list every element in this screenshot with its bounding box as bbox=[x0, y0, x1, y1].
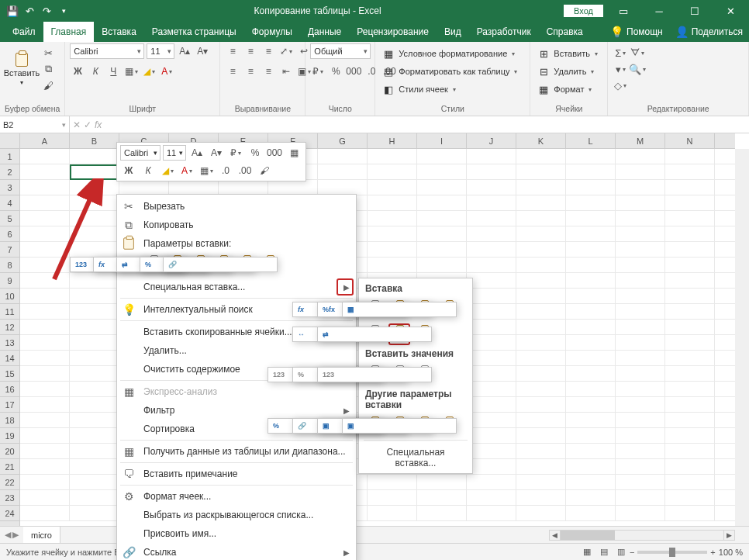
clear-icon[interactable]: ◇ bbox=[613, 78, 628, 92]
fill-color-button[interactable]: ◢ bbox=[141, 64, 157, 79]
save-icon[interactable]: 💾 bbox=[5, 3, 20, 19]
col-header-N[interactable]: N bbox=[665, 133, 715, 148]
horizontal-scrollbar[interactable]: ◀▶ bbox=[549, 530, 735, 541]
sort-filter-icon[interactable]: ᗊ bbox=[630, 46, 645, 60]
close-icon[interactable]: ✕ bbox=[715, 0, 746, 22]
fx-icon[interactable]: fx bbox=[95, 119, 102, 130]
mini-size-combo[interactable]: 11 bbox=[163, 145, 186, 161]
fx-enter-icon[interactable]: ✓ bbox=[84, 119, 91, 130]
row-header-10[interactable]: 10 bbox=[0, 289, 19, 304]
autosum-icon[interactable]: Σ bbox=[613, 46, 628, 60]
tab-formulas[interactable]: Формулы bbox=[244, 22, 300, 42]
row-header-4[interactable]: 4 bbox=[0, 195, 19, 211]
delete-cells-button[interactable]: ⊟Удалить bbox=[535, 64, 602, 79]
align-left-icon[interactable]: ≡ bbox=[225, 64, 240, 79]
fill-icon[interactable]: ▾ bbox=[613, 62, 628, 76]
align-right-icon[interactable]: ≡ bbox=[261, 64, 276, 79]
sub-other-piclink-icon[interactable]: ▣ bbox=[438, 415, 460, 437]
undo-icon[interactable]: ↶ bbox=[22, 3, 37, 19]
fx-cancel-icon[interactable]: ✕ bbox=[73, 119, 81, 130]
find-icon[interactable]: 🔍 bbox=[630, 62, 645, 76]
mini-currency-icon[interactable]: ₽ bbox=[227, 145, 244, 161]
ribbon-display-icon[interactable]: ▭ bbox=[608, 0, 639, 22]
row-header-21[interactable]: 21 bbox=[0, 459, 19, 475]
ctx-paste-special[interactable]: Специальная вставка...▶ bbox=[117, 278, 356, 296]
col-header-G[interactable]: G bbox=[318, 133, 368, 148]
row-header-12[interactable]: 12 bbox=[0, 320, 19, 335]
row-header-8[interactable]: 8 bbox=[0, 258, 19, 273]
copy-icon[interactable]: ⧉ bbox=[40, 62, 56, 76]
ctx-copy[interactable]: ⧉Копировать bbox=[117, 216, 356, 234]
mini-border2[interactable]: ▦ bbox=[198, 163, 215, 178]
col-header-I[interactable]: I bbox=[417, 133, 467, 148]
mini-fill[interactable]: ◢ bbox=[159, 163, 176, 178]
paste-link-icon[interactable]: 🔗 bbox=[260, 254, 280, 275]
row-header-16[interactable]: 16 bbox=[0, 382, 19, 397]
grow-font-icon[interactable]: A▴ bbox=[177, 43, 192, 59]
row-header-24[interactable]: 24 bbox=[0, 506, 19, 521]
mini-decdec[interactable]: .00 bbox=[236, 163, 254, 178]
sub-paste-srcfmt-icon[interactable]: ▦ bbox=[438, 299, 460, 320]
mini-percent-icon[interactable]: % bbox=[247, 145, 264, 161]
tab-file[interactable]: Файл bbox=[5, 22, 43, 42]
view-normal-icon[interactable]: ▦ bbox=[578, 545, 595, 559]
redo-icon[interactable]: ↷ bbox=[39, 3, 54, 19]
view-page-icon[interactable]: ▤ bbox=[595, 545, 613, 559]
ctx-get-table[interactable]: ▦Получить данные из таблицы или диапазон… bbox=[117, 442, 356, 461]
name-box[interactable]: B2 bbox=[0, 116, 70, 133]
font-name-combo[interactable]: Calibri bbox=[70, 43, 144, 59]
sheet-nav-next-icon[interactable]: ▶ bbox=[12, 530, 19, 540]
col-header-H[interactable]: H bbox=[368, 133, 417, 148]
view-break-icon[interactable]: ▥ bbox=[613, 545, 630, 559]
qat-customize-icon[interactable]: ▾ bbox=[56, 3, 71, 19]
row-header-23[interactable]: 23 bbox=[0, 490, 19, 506]
sheet-tab-1[interactable]: micro bbox=[23, 527, 60, 543]
tab-insert[interactable]: Вставка bbox=[94, 22, 144, 42]
bold-button[interactable]: Ж bbox=[70, 64, 85, 79]
row-header-17[interactable]: 17 bbox=[0, 397, 19, 413]
cut-icon[interactable]: ✂ bbox=[40, 46, 56, 60]
indent-dec-icon[interactable]: ⇤ bbox=[278, 64, 294, 79]
row-header-6[interactable]: 6 bbox=[0, 226, 19, 242]
select-all-button[interactable] bbox=[0, 133, 20, 149]
col-header-K[interactable]: K bbox=[516, 133, 566, 148]
zoom-value[interactable]: 100 % bbox=[719, 548, 743, 557]
col-header-L[interactable]: L bbox=[566, 133, 616, 148]
mini-shrink-icon[interactable]: A▾ bbox=[208, 145, 225, 161]
row-header-5[interactable]: 5 bbox=[0, 211, 19, 226]
tell-me[interactable]: 💡Помощн bbox=[604, 22, 669, 42]
comma-icon[interactable]: 000 bbox=[346, 64, 361, 79]
minimize-icon[interactable]: ─ bbox=[644, 0, 675, 22]
row-header-2[interactable]: 2 bbox=[0, 164, 19, 180]
align-mid-icon[interactable]: ≡ bbox=[243, 43, 258, 59]
row-header-15[interactable]: 15 bbox=[0, 366, 19, 382]
ctx-link[interactable]: 🔗Ссылка▶ bbox=[117, 543, 356, 560]
col-header-J[interactable]: J bbox=[467, 133, 516, 148]
row-header-14[interactable]: 14 bbox=[0, 351, 19, 366]
shrink-font-icon[interactable]: A▾ bbox=[195, 43, 210, 59]
underline-button[interactable]: Ч bbox=[105, 64, 121, 79]
sub-special-link[interactable]: Специальная вставка... bbox=[364, 442, 468, 470]
row-header-9[interactable]: 9 bbox=[0, 273, 19, 289]
format-cells-button[interactable]: ▦Формат bbox=[535, 81, 602, 97]
ctx-picklist[interactable]: Выбрать из раскрывающегося списка... bbox=[117, 506, 356, 524]
cell-styles-button[interactable]: ◧Стили ячеек bbox=[380, 81, 525, 97]
maximize-icon[interactable]: ☐ bbox=[679, 0, 710, 22]
col-header-M[interactable]: M bbox=[616, 133, 665, 148]
zoom-in-icon[interactable]: + bbox=[710, 548, 715, 557]
mini-grow-icon[interactable]: A▴ bbox=[188, 145, 205, 161]
col-header-A[interactable]: A bbox=[20, 133, 70, 148]
mini-italic[interactable]: К bbox=[140, 163, 157, 178]
ctx-filter[interactable]: Фильтр▶ bbox=[117, 401, 356, 420]
tab-help[interactable]: Справка bbox=[539, 22, 591, 42]
tab-view[interactable]: Вид bbox=[437, 22, 469, 42]
font-color-button[interactable]: A bbox=[159, 64, 174, 79]
vertical-scrollbar[interactable] bbox=[735, 149, 749, 543]
align-top-icon[interactable]: ≡ bbox=[225, 43, 240, 59]
italic-button[interactable]: К bbox=[88, 64, 103, 79]
ctx-format-cells[interactable]: ⚙Формат ячеек... bbox=[117, 487, 356, 506]
mini-comma-icon[interactable]: 000 bbox=[266, 145, 283, 161]
ctx-name[interactable]: Присвоить имя... bbox=[117, 524, 356, 543]
row-header-3[interactable]: 3 bbox=[0, 180, 19, 195]
ctx-delete[interactable]: Удалить... bbox=[117, 341, 356, 360]
